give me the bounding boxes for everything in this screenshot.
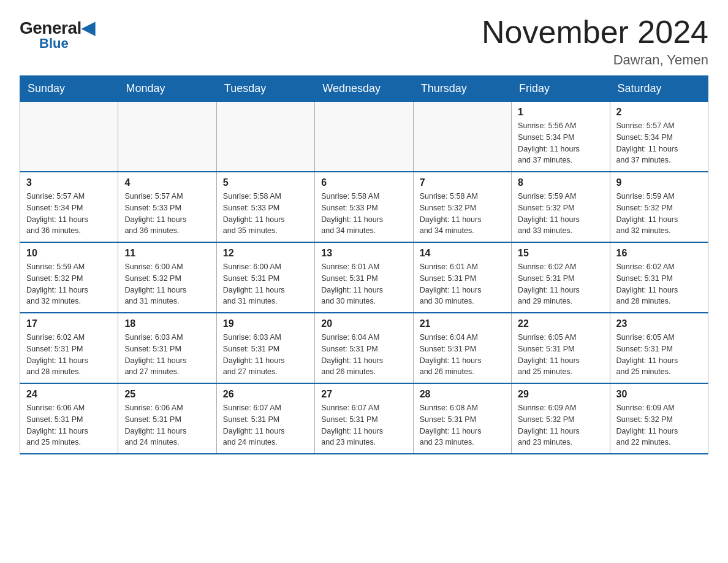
table-row: 5Sunrise: 5:58 AMSunset: 5:33 PMDaylight… bbox=[216, 172, 314, 242]
logo: General◀ Blue bbox=[20, 15, 94, 50]
table-row bbox=[118, 102, 216, 172]
table-row bbox=[315, 102, 413, 172]
day-info: Sunrise: 5:57 AMSunset: 5:34 PMDaylight:… bbox=[26, 191, 112, 237]
day-number: 27 bbox=[321, 389, 406, 400]
day-info: Sunrise: 6:06 AMSunset: 5:31 PMDaylight:… bbox=[26, 402, 112, 448]
day-info: Sunrise: 6:04 AMSunset: 5:31 PMDaylight:… bbox=[321, 332, 406, 378]
day-number: 15 bbox=[518, 248, 603, 259]
table-row: 26Sunrise: 6:07 AMSunset: 5:31 PMDayligh… bbox=[216, 383, 314, 454]
day-info: Sunrise: 5:57 AMSunset: 5:34 PMDaylight:… bbox=[616, 120, 702, 166]
day-info: Sunrise: 5:59 AMSunset: 5:32 PMDaylight:… bbox=[26, 261, 112, 307]
page-header: General◀ Blue November 2024 Dawran, Yeme… bbox=[20, 15, 708, 68]
day-number: 29 bbox=[518, 389, 603, 400]
day-info: Sunrise: 6:04 AMSunset: 5:31 PMDaylight:… bbox=[420, 332, 505, 378]
week-row-1: 1Sunrise: 5:56 AMSunset: 5:34 PMDaylight… bbox=[20, 102, 708, 172]
day-number: 4 bbox=[124, 177, 210, 188]
table-row: 10Sunrise: 5:59 AMSunset: 5:32 PMDayligh… bbox=[20, 242, 118, 313]
day-info: Sunrise: 5:56 AMSunset: 5:34 PMDaylight:… bbox=[518, 120, 603, 166]
day-number: 8 bbox=[518, 177, 603, 188]
day-info: Sunrise: 6:00 AMSunset: 5:31 PMDaylight:… bbox=[223, 261, 308, 307]
day-info: Sunrise: 6:00 AMSunset: 5:32 PMDaylight:… bbox=[124, 261, 210, 307]
week-row-4: 17Sunrise: 6:02 AMSunset: 5:31 PMDayligh… bbox=[20, 313, 708, 383]
day-number: 28 bbox=[420, 389, 505, 400]
table-row: 30Sunrise: 6:09 AMSunset: 5:32 PMDayligh… bbox=[610, 383, 708, 454]
week-row-3: 10Sunrise: 5:59 AMSunset: 5:32 PMDayligh… bbox=[20, 242, 708, 313]
table-row: 9Sunrise: 5:59 AMSunset: 5:32 PMDaylight… bbox=[610, 172, 708, 242]
day-info: Sunrise: 5:58 AMSunset: 5:32 PMDaylight:… bbox=[420, 191, 505, 237]
title-block: November 2024 Dawran, Yemen bbox=[482, 15, 708, 68]
day-info: Sunrise: 6:09 AMSunset: 5:32 PMDaylight:… bbox=[616, 402, 702, 448]
day-number: 17 bbox=[26, 318, 112, 329]
day-info: Sunrise: 6:03 AMSunset: 5:31 PMDaylight:… bbox=[124, 332, 210, 378]
table-row: 1Sunrise: 5:56 AMSunset: 5:34 PMDaylight… bbox=[512, 102, 610, 172]
table-row: 11Sunrise: 6:00 AMSunset: 5:32 PMDayligh… bbox=[118, 242, 216, 313]
table-row: 25Sunrise: 6:06 AMSunset: 5:31 PMDayligh… bbox=[118, 383, 216, 454]
table-row: 12Sunrise: 6:00 AMSunset: 5:31 PMDayligh… bbox=[216, 242, 314, 313]
day-number: 5 bbox=[223, 177, 308, 188]
day-number: 7 bbox=[420, 177, 505, 188]
table-row bbox=[20, 102, 118, 172]
day-number: 6 bbox=[321, 177, 406, 188]
col-saturday: Saturday bbox=[610, 76, 708, 102]
col-friday: Friday bbox=[512, 76, 610, 102]
calendar-table: Sunday Monday Tuesday Wednesday Thursday… bbox=[20, 75, 708, 454]
day-info: Sunrise: 6:05 AMSunset: 5:31 PMDaylight:… bbox=[616, 332, 702, 378]
day-info: Sunrise: 6:01 AMSunset: 5:31 PMDaylight:… bbox=[420, 261, 505, 307]
table-row bbox=[413, 102, 511, 172]
col-tuesday: Tuesday bbox=[216, 76, 314, 102]
logo-triangle-icon: ◀ bbox=[82, 18, 95, 37]
day-number: 20 bbox=[321, 318, 406, 329]
day-number: 12 bbox=[223, 248, 308, 259]
day-number: 13 bbox=[321, 248, 406, 259]
day-info: Sunrise: 6:08 AMSunset: 5:31 PMDaylight:… bbox=[420, 402, 505, 448]
table-row: 21Sunrise: 6:04 AMSunset: 5:31 PMDayligh… bbox=[413, 313, 511, 383]
day-number: 22 bbox=[518, 318, 603, 329]
table-row: 3Sunrise: 5:57 AMSunset: 5:34 PMDaylight… bbox=[20, 172, 118, 242]
table-row bbox=[216, 102, 314, 172]
col-monday: Monday bbox=[118, 76, 216, 102]
table-row: 13Sunrise: 6:01 AMSunset: 5:31 PMDayligh… bbox=[315, 242, 413, 313]
table-row: 15Sunrise: 6:02 AMSunset: 5:31 PMDayligh… bbox=[512, 242, 610, 313]
day-info: Sunrise: 6:01 AMSunset: 5:31 PMDaylight:… bbox=[321, 261, 406, 307]
day-info: Sunrise: 5:57 AMSunset: 5:33 PMDaylight:… bbox=[124, 191, 210, 237]
day-info: Sunrise: 6:07 AMSunset: 5:31 PMDaylight:… bbox=[223, 402, 308, 448]
table-row: 16Sunrise: 6:02 AMSunset: 5:31 PMDayligh… bbox=[610, 242, 708, 313]
day-number: 19 bbox=[223, 318, 308, 329]
table-row: 2Sunrise: 5:57 AMSunset: 5:34 PMDaylight… bbox=[610, 102, 708, 172]
day-info: Sunrise: 5:58 AMSunset: 5:33 PMDaylight:… bbox=[223, 191, 308, 237]
location: Dawran, Yemen bbox=[482, 52, 708, 68]
table-row: 20Sunrise: 6:04 AMSunset: 5:31 PMDayligh… bbox=[315, 313, 413, 383]
day-number: 30 bbox=[616, 389, 702, 400]
day-number: 24 bbox=[26, 389, 112, 400]
day-number: 2 bbox=[616, 107, 702, 118]
table-row: 27Sunrise: 6:07 AMSunset: 5:31 PMDayligh… bbox=[315, 383, 413, 454]
table-row: 18Sunrise: 6:03 AMSunset: 5:31 PMDayligh… bbox=[118, 313, 216, 383]
day-info: Sunrise: 6:02 AMSunset: 5:31 PMDaylight:… bbox=[26, 332, 112, 378]
day-info: Sunrise: 5:59 AMSunset: 5:32 PMDaylight:… bbox=[518, 191, 603, 237]
day-info: Sunrise: 6:02 AMSunset: 5:31 PMDaylight:… bbox=[616, 261, 702, 307]
day-number: 3 bbox=[26, 177, 112, 188]
week-row-5: 24Sunrise: 6:06 AMSunset: 5:31 PMDayligh… bbox=[20, 383, 708, 454]
col-thursday: Thursday bbox=[413, 76, 511, 102]
table-row: 29Sunrise: 6:09 AMSunset: 5:32 PMDayligh… bbox=[512, 383, 610, 454]
table-row: 6Sunrise: 5:58 AMSunset: 5:33 PMDaylight… bbox=[315, 172, 413, 242]
table-row: 22Sunrise: 6:05 AMSunset: 5:31 PMDayligh… bbox=[512, 313, 610, 383]
table-row: 19Sunrise: 6:03 AMSunset: 5:31 PMDayligh… bbox=[216, 313, 314, 383]
table-row: 24Sunrise: 6:06 AMSunset: 5:31 PMDayligh… bbox=[20, 383, 118, 454]
day-info: Sunrise: 6:06 AMSunset: 5:31 PMDaylight:… bbox=[124, 402, 210, 448]
day-number: 26 bbox=[223, 389, 308, 400]
month-title: November 2024 bbox=[482, 15, 708, 50]
day-number: 1 bbox=[518, 107, 603, 118]
table-row: 23Sunrise: 6:05 AMSunset: 5:31 PMDayligh… bbox=[610, 313, 708, 383]
table-row: 7Sunrise: 5:58 AMSunset: 5:32 PMDaylight… bbox=[413, 172, 511, 242]
col-sunday: Sunday bbox=[20, 76, 118, 102]
logo-general-text: General◀ bbox=[20, 20, 94, 37]
day-info: Sunrise: 6:09 AMSunset: 5:32 PMDaylight:… bbox=[518, 402, 603, 448]
calendar-header-row: Sunday Monday Tuesday Wednesday Thursday… bbox=[20, 76, 708, 102]
day-number: 25 bbox=[124, 389, 210, 400]
day-info: Sunrise: 6:05 AMSunset: 5:31 PMDaylight:… bbox=[518, 332, 603, 378]
day-info: Sunrise: 6:03 AMSunset: 5:31 PMDaylight:… bbox=[223, 332, 308, 378]
table-row: 8Sunrise: 5:59 AMSunset: 5:32 PMDaylight… bbox=[512, 172, 610, 242]
week-row-2: 3Sunrise: 5:57 AMSunset: 5:34 PMDaylight… bbox=[20, 172, 708, 242]
day-number: 21 bbox=[420, 318, 505, 329]
